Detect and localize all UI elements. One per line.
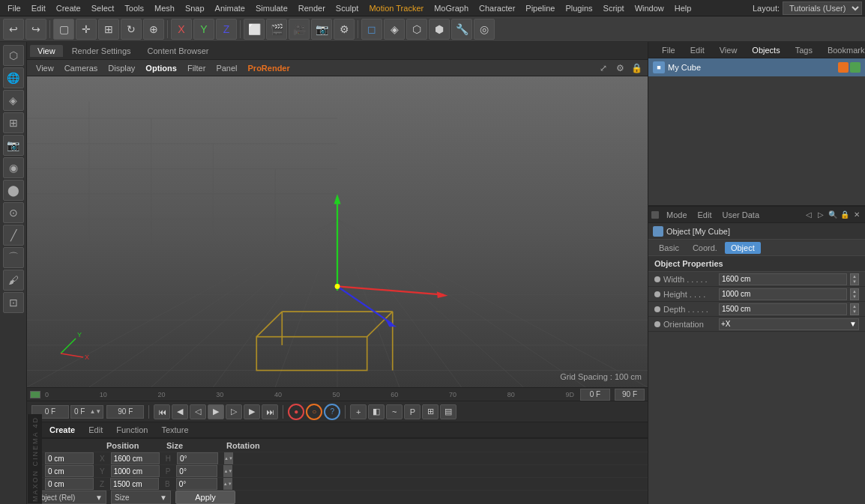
total-frames-input[interactable]: 90 F (106, 405, 144, 419)
menu-render[interactable]: Render (294, 2, 330, 14)
object-rel-dropdown[interactable]: Object (Rel) ▼ (31, 491, 106, 504)
object-row-my-cube[interactable]: ■ My Cube (648, 58, 865, 76)
prev-frame-btn[interactable]: ◀ (172, 404, 188, 419)
interactive-render-btn[interactable]: 📷 (311, 19, 332, 40)
menu-edit[interactable]: Edit (27, 2, 50, 14)
undo-btn[interactable]: ↩ (3, 19, 24, 40)
select-tool[interactable]: ▢ (53, 19, 74, 40)
prop-width-dot[interactable] (654, 276, 660, 282)
go-start-btn[interactable]: ⏮ (154, 404, 170, 419)
prop-orient-dropdown[interactable]: +X ▼ (719, 318, 859, 330)
h-rotation-input[interactable]: 0° (177, 452, 218, 464)
vt-prorender[interactable]: ProRender (244, 63, 295, 73)
h-rotation-spinner[interactable]: ▲▼ (224, 452, 233, 464)
y-position-input[interactable]: 0 cm (45, 465, 94, 477)
frame-stepper[interactable]: 0 F ▲▼ (70, 405, 103, 419)
layout-selector[interactable]: Tutorials (User) (783, 1, 862, 15)
selection-icon[interactable]: ⊡ (3, 292, 24, 313)
prop-depth-spinner-down[interactable]: ▼ (851, 309, 858, 315)
menu-tools[interactable]: Tools (120, 2, 148, 14)
timeline-track[interactable]: 010203040506070809D (43, 389, 576, 401)
menu-mograph[interactable]: MoGraph (430, 2, 473, 14)
vt-options[interactable]: Options (141, 63, 181, 73)
layer-icon[interactable]: ⊞ (3, 112, 24, 133)
obj-tab-file[interactable]: File (656, 44, 681, 56)
obj-tab-tags[interactable]: Tags (789, 44, 819, 56)
x-axis-btn[interactable]: X (171, 19, 192, 40)
menu-create[interactable]: Create (52, 2, 85, 14)
play-btn[interactable]: ▶ (208, 404, 224, 419)
menu-select[interactable]: Select (87, 2, 119, 14)
prop-orient-dot[interactable] (654, 321, 660, 327)
next-key-btn[interactable]: ▷ (226, 404, 242, 419)
x-position-input[interactable]: 0 cm (45, 452, 94, 464)
brush-icon[interactable]: 🖌 (3, 270, 24, 291)
prop-depth-spinner-up[interactable]: ▲ (851, 304, 858, 309)
prop-depth-spinner[interactable]: ▲ ▼ (850, 303, 859, 315)
prop-width-spinner-down[interactable]: ▼ (851, 279, 858, 285)
prop-tab-basic[interactable]: Basic (653, 242, 685, 254)
attr-close-icon[interactable]: ✕ (852, 210, 862, 220)
viewport-3d[interactable]: Perspective (27, 76, 648, 387)
motion-path-btn[interactable]: ? (324, 404, 340, 420)
material-icon[interactable]: ◈ (3, 90, 24, 111)
render-btn[interactable]: 🎥 (289, 19, 310, 40)
menu-character[interactable]: Character (474, 2, 519, 14)
menu-plugins[interactable]: Plugins (561, 2, 597, 14)
size-dropdown[interactable]: Size ▼ (111, 491, 171, 504)
poly-mode-btn[interactable]: ⬡ (406, 19, 427, 40)
render-region-btn[interactable]: ⬜ (244, 19, 265, 40)
vp-tab-content[interactable]: Content Browser (140, 45, 217, 57)
prop-width-value[interactable]: 1600 cm (719, 273, 847, 285)
prop-depth-value[interactable]: 1500 cm (719, 303, 847, 315)
vt-filter[interactable]: Filter (183, 63, 210, 73)
move-tool[interactable]: ✛ (76, 19, 97, 40)
add-key-btn[interactable]: + (350, 404, 367, 419)
generator-icon[interactable]: ⊙ (3, 202, 24, 223)
point-mode-btn[interactable]: ⬢ (429, 19, 450, 40)
light-icon[interactable]: ◉ (3, 157, 24, 178)
menu-file[interactable]: File (3, 2, 25, 14)
redo-btn[interactable]: ↪ (25, 19, 46, 40)
menu-help[interactable]: Help (670, 2, 696, 14)
attr-lock-icon[interactable]: 🔒 (840, 210, 850, 220)
key-sel-btn[interactable]: ◧ (368, 404, 385, 419)
x-size-input[interactable]: 1600 cm (111, 452, 160, 464)
attr-back-icon[interactable]: ◁ (804, 210, 814, 220)
bottom-tab-texture[interactable]: Texture (155, 424, 194, 436)
attr-tab-mode[interactable]: Mode (662, 209, 692, 221)
curve-icon[interactable]: ⌒ (3, 247, 24, 268)
vt-settings-icon[interactable]: ⚙ (613, 61, 627, 75)
key-curve-btn[interactable]: ~ (386, 404, 403, 419)
attr-search-icon[interactable]: 🔍 (828, 210, 838, 220)
obj-tab-objects[interactable]: Objects (746, 44, 786, 56)
next-frame-btn[interactable]: ▶ (244, 404, 260, 419)
transform-tool[interactable]: ⊕ (143, 19, 164, 40)
p-rotation-spinner[interactable]: ▲▼ (223, 465, 232, 477)
vt-cameras[interactable]: Cameras (60, 63, 103, 73)
vt-display[interactable]: Display (103, 63, 139, 73)
apply-button[interactable]: Apply (175, 491, 235, 504)
menu-animate[interactable]: Animate (211, 2, 250, 14)
bottom-tab-create[interactable]: Create (43, 424, 81, 436)
b-rotation-spinner[interactable]: ▲▼ (223, 478, 232, 490)
bottom-tab-function[interactable]: Function (110, 424, 154, 436)
obj-mgr-btn[interactable]: 🔧 (451, 19, 472, 40)
prev-key-btn[interactable]: ◁ (190, 404, 206, 419)
y-axis-btn[interactable]: Y (193, 19, 214, 40)
obj-tab-edit[interactable]: Edit (684, 44, 711, 56)
prop-height-value[interactable]: 1000 cm (719, 288, 847, 300)
prop-height-spinner-up[interactable]: ▲ (851, 289, 858, 294)
menu-window[interactable]: Window (630, 2, 669, 14)
render-settings-btn[interactable]: ⚙ (334, 19, 355, 40)
go-end-btn[interactable]: ⏭ (262, 404, 278, 419)
y-size-input[interactable]: 1000 cm (111, 465, 160, 477)
spline-icon[interactable]: ╱ (3, 225, 24, 246)
b-rotation-input[interactable]: 0° (176, 478, 217, 490)
menu-snap[interactable]: Snap (181, 2, 209, 14)
object-tag-2[interactable] (850, 62, 861, 73)
prop-height-spinner[interactable]: ▲ ▼ (850, 288, 859, 300)
z-axis-btn[interactable]: Z (216, 19, 237, 40)
prop-tab-object[interactable]: Object (725, 242, 761, 254)
rotate-tool[interactable]: ↻ (121, 19, 142, 40)
